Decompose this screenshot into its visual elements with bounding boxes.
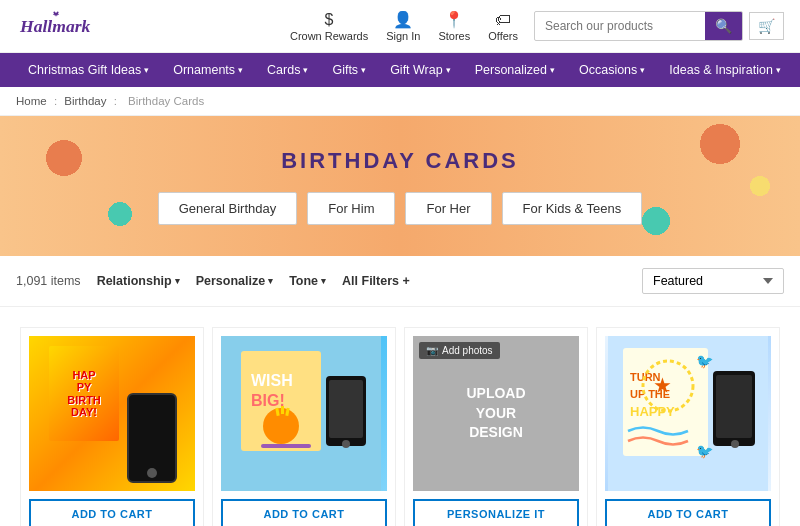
all-filters-label: All Filters — [342, 274, 399, 288]
chevron-down-icon: ▾ — [175, 276, 180, 286]
category-for-him[interactable]: For Him — [307, 192, 395, 225]
happy-birthday-text: HAPPYBIRTHDAY! — [67, 369, 101, 417]
chevron-down-icon: ▾ — [776, 65, 781, 75]
item-count: 1,091 items — [16, 274, 81, 288]
nav-item-occasions[interactable]: Occasions ▾ — [567, 53, 657, 87]
nav-label-personalized: Personalized — [475, 63, 547, 77]
nav-item-personalized[interactable]: Personalized ▾ — [463, 53, 567, 87]
upload-text-1: UPLOAD — [466, 384, 525, 404]
add-to-cart-button[interactable]: ADD TO CART — [221, 499, 387, 526]
product-card: TURN UP THE HAPPY ★ 🐦 🐦 ADD TO CART — [596, 327, 780, 526]
product-image-turn-up: TURN UP THE HAPPY ★ 🐦 🐦 — [605, 336, 771, 491]
stores-link[interactable]: 📍 Stores — [438, 10, 470, 42]
all-filters-button[interactable]: All Filters + — [342, 274, 410, 288]
search-area: 🔍 — [534, 11, 743, 41]
category-buttons: General Birthday For Him For Her For Kid… — [158, 192, 643, 225]
relationship-label: Relationship — [97, 274, 172, 288]
tone-label: Tone — [289, 274, 318, 288]
filter-bar: 1,091 items Relationship ▾ Personalize ▾… — [0, 256, 800, 307]
nav-label-christmas: Christmas Gift Ideas — [28, 63, 141, 77]
tone-filter[interactable]: Tone ▾ — [289, 274, 326, 288]
crown-rewards-link[interactable]: $ Crown Rewards — [290, 11, 368, 42]
nav-item-cards[interactable]: Cards ▾ — [255, 53, 320, 87]
search-input[interactable] — [535, 13, 705, 39]
svg-text:WISH: WISH — [251, 372, 293, 389]
product-card: HAPPYBIRTHDAY! ADD TO CART $4.99 Happy B… — [20, 327, 204, 526]
birthday-card-illustration: HAPPYBIRTHDAY! — [49, 346, 119, 441]
personalize-button[interactable]: PERSONALIZE IT — [413, 499, 579, 526]
nav-label-giftwrap: Gift Wrap — [390, 63, 443, 77]
product-image: 📷 Add photos UPLOAD YOUR DESIGN — [413, 336, 579, 491]
camera-icon: 📷 — [426, 345, 438, 356]
nav-item-gifts[interactable]: Gifts ▾ — [320, 53, 378, 87]
breadcrumb-birthday[interactable]: Birthday — [64, 95, 106, 107]
svg-text:★: ★ — [654, 376, 671, 396]
phone-mockup — [127, 393, 177, 483]
product-image: TURN UP THE HAPPY ★ 🐦 🐦 — [605, 336, 771, 491]
nav-label-occasions: Occasions — [579, 63, 637, 77]
product-card: WISH BIG! ADD TO CART $4.99 Wish Big Ven… — [212, 327, 396, 526]
crown-rewards-label: Crown Rewards — [290, 30, 368, 42]
breadcrumb-home[interactable]: Home — [16, 95, 47, 107]
relationship-filter[interactable]: Relationship ▾ — [97, 274, 180, 288]
nav-label-cards: Cards — [267, 63, 300, 77]
chevron-down-icon: ▾ — [144, 65, 149, 75]
product-image: WISH BIG! — [221, 336, 387, 491]
nav-item-giftwrap[interactable]: Gift Wrap ▾ — [378, 53, 463, 87]
chevron-down-icon: ▾ — [268, 276, 273, 286]
svg-text:Hallmark: Hallmark — [19, 16, 91, 36]
chevron-down-icon: ▾ — [303, 65, 308, 75]
offers-icon: 🏷 — [495, 11, 511, 29]
cart-button[interactable]: 🛒 — [749, 12, 784, 40]
sign-in-label: Sign In — [386, 30, 420, 42]
breadcrumb-sep1: : — [54, 95, 57, 107]
product-card: 📷 Add photos UPLOAD YOUR DESIGN PERSONAL… — [404, 327, 588, 526]
category-general-birthday[interactable]: General Birthday — [158, 192, 298, 225]
top-nav-icons: $ Crown Rewards 👤 Sign In 📍 Stores 🏷 Off… — [290, 10, 518, 42]
chevron-down-icon: ▾ — [361, 65, 366, 75]
add-photos-label: Add photos — [442, 345, 493, 356]
category-for-kids[interactable]: For Kids & Teens — [502, 192, 643, 225]
sign-in-icon: 👤 — [393, 10, 413, 29]
svg-text:🐦: 🐦 — [696, 353, 714, 370]
product-image-wish-big: WISH BIG! — [221, 336, 387, 491]
nav-item-ornaments[interactable]: Ornaments ▾ — [161, 53, 255, 87]
add-to-cart-button[interactable]: ADD TO CART — [29, 499, 195, 526]
nav-label-ornaments: Ornaments — [173, 63, 235, 77]
stores-icon: 📍 — [444, 10, 464, 29]
product-image-upload: UPLOAD YOUR DESIGN — [413, 336, 579, 491]
hallmark-logo[interactable]: Hallmark — [16, 8, 96, 44]
offers-label: Offers — [488, 30, 518, 42]
personalize-filter[interactable]: Personalize ▾ — [196, 274, 273, 288]
stores-label: Stores — [438, 30, 470, 42]
add-photos-badge: 📷 Add photos — [419, 342, 500, 359]
logo-area: Hallmark — [16, 8, 96, 44]
sort-area: Featured Best Sellers Price: Low to High… — [642, 268, 784, 294]
top-navigation: Hallmark $ Crown Rewards 👤 Sign In 📍 Sto… — [0, 0, 800, 53]
chevron-down-icon: ▾ — [550, 65, 555, 75]
nav-item-christmas[interactable]: Christmas Gift Ideas ▾ — [16, 53, 161, 87]
svg-text:🐦: 🐦 — [696, 443, 714, 460]
svg-rect-9 — [261, 444, 311, 448]
plus-icon: + — [403, 274, 410, 288]
nav-item-ideas[interactable]: Ideas & Inspiration ▾ — [657, 53, 793, 87]
svg-text:BIG!: BIG! — [251, 392, 285, 409]
search-button[interactable]: 🔍 — [705, 12, 742, 40]
breadcrumb: Home : Birthday : Birthday Cards — [0, 87, 800, 116]
breadcrumb-sep2: : — [114, 95, 117, 107]
svg-rect-21 — [716, 375, 752, 438]
personalize-label: Personalize — [196, 274, 265, 288]
hero-title: BIRTHDAY CARDS — [281, 148, 519, 174]
chevron-down-icon: ▾ — [238, 65, 243, 75]
chevron-down-icon: ▾ — [446, 65, 451, 75]
upload-text-3: DESIGN — [469, 423, 523, 443]
offers-link[interactable]: 🏷 Offers — [488, 11, 518, 42]
add-to-cart-button[interactable]: ADD TO CART — [605, 499, 771, 526]
sort-select[interactable]: Featured Best Sellers Price: Low to High… — [642, 268, 784, 294]
svg-point-12 — [342, 440, 350, 448]
category-for-her[interactable]: For Her — [405, 192, 491, 225]
sign-in-link[interactable]: 👤 Sign In — [386, 10, 420, 42]
chevron-down-icon: ▾ — [640, 65, 645, 75]
svg-rect-11 — [329, 380, 363, 438]
svg-rect-7 — [281, 406, 284, 414]
